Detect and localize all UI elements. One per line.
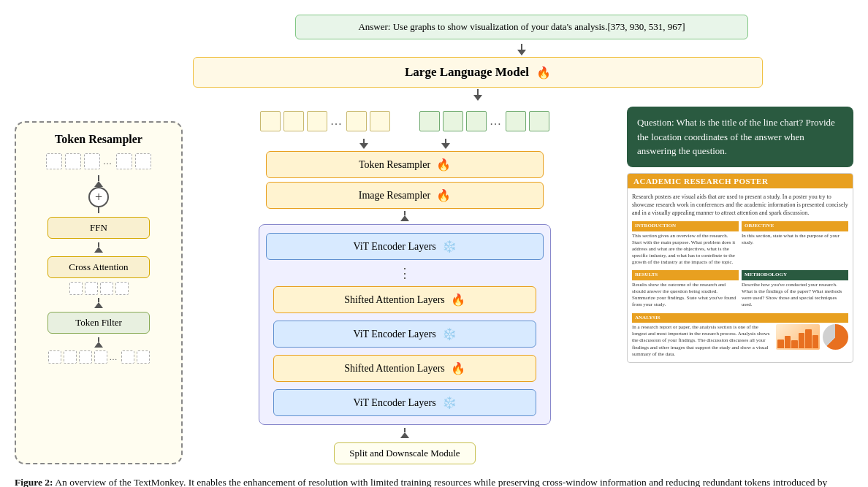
token-resampler-layer: Token Resampler 🔥 [266, 151, 544, 178]
plus-arrow-up: + [25, 175, 172, 213]
token-filter-block: Token Filter [47, 312, 150, 334]
token-box-green [466, 111, 487, 131]
center-col: … … [190, 107, 620, 464]
input-box [137, 350, 150, 364]
token-box-green [529, 111, 549, 131]
dots: … [330, 115, 343, 128]
poster-section-methodology: METHODOLOGY Describe how you've conducte… [742, 270, 848, 310]
pie-placeholder [823, 324, 848, 350]
vdots: ⋮ [398, 266, 411, 280]
split-module-label: Split and Downscale Module [349, 448, 460, 459]
bar3 [791, 340, 798, 348]
split-module: Split and Downscale Module [334, 442, 475, 464]
caption-text: An overview of the TextMonkey. It enable… [15, 477, 827, 487]
section-body-methodology: Describe how you've conducted your resea… [742, 280, 848, 310]
connector [98, 175, 99, 181]
arrow-head [359, 143, 368, 149]
vit-encoder-middle: ViT Encoder Layers ❄️ [273, 321, 536, 348]
latent-boxes-row [25, 282, 172, 295]
ffn-to-cross-arrow [25, 242, 172, 253]
cross-attention-label: Cross Attention [69, 261, 128, 272]
poster-intro: Research posters are visual aids that ar… [632, 193, 848, 218]
token-box [260, 111, 281, 131]
dashed-box [116, 153, 132, 169]
latent-box [69, 282, 83, 295]
token-box [370, 111, 390, 131]
llm-label: Large Language Model [405, 65, 529, 80]
input-box [64, 350, 77, 364]
diagram-area: Token Resampler … + FFN [15, 107, 853, 464]
input-box [121, 350, 134, 364]
arrow-head [94, 181, 103, 187]
token-filter-label: Token Filter [75, 317, 122, 328]
dashed-box [135, 153, 151, 169]
dots: … [110, 350, 119, 364]
analysis-text: In a research report or paper, the analy… [632, 324, 773, 357]
arrow-head [94, 247, 103, 253]
token-box-green [506, 111, 526, 131]
llm-box: Large Language Model 🔥 [193, 57, 763, 88]
dots: … [490, 115, 503, 128]
shifted-attention-label: Shifted Attention Layers [344, 294, 445, 306]
token-box-green [443, 111, 463, 131]
encoder-up-arrow [400, 211, 409, 221]
cross-attention-block: Cross Attention [47, 256, 150, 278]
token-resampler-label: Token Resampler [359, 159, 430, 171]
answer-text: Answer: Use graphs to show visualization… [358, 21, 685, 32]
arrow-left [359, 139, 368, 149]
poster-analysis: ANALYSIS In a research report or paper, … [632, 313, 848, 358]
poster-body: Research posters are visual aids that ar… [628, 188, 853, 362]
plus-circle: + [88, 187, 109, 207]
arrow-head [400, 215, 409, 221]
section-title-obj: OBJECTIVE [742, 221, 848, 231]
input-box [48, 350, 61, 364]
vit-encoder-label: ViT Encoder Layers [353, 329, 435, 340]
token-resampler-title: Token Resampler [25, 133, 172, 146]
ffn-block: FFN [47, 217, 150, 239]
section-body-results: Results show the outcome of the research… [632, 280, 739, 310]
snowflake-icon: ❄️ [442, 239, 457, 253]
question-text: Question: What is the title of the line … [637, 117, 835, 156]
analysis-content: In a research report or paper, the analy… [632, 324, 848, 357]
caption-label: Figure 2: [15, 477, 53, 487]
poster-section-results: RESULTS Results show the outcome of the … [632, 270, 739, 310]
question-box: Question: What is the title of the line … [627, 107, 853, 167]
token-resampler-detail: Token Resampler … + FFN [15, 121, 183, 464]
llm-down-arrow [58, 89, 868, 101]
image-resampler-layer: Image Resampler 🔥 [266, 182, 544, 209]
section-body-intro: This section gives an overview of the re… [632, 231, 739, 267]
poster-box: ACADEMIC RESEARCH POSTER Research poster… [627, 173, 853, 363]
token-box-green [419, 111, 440, 131]
connector-line [521, 44, 522, 50]
latent-box [85, 282, 98, 295]
connector [98, 207, 99, 213]
vit-encoder-label: ViT Encoder Layers [353, 241, 435, 253]
section-title-results: RESULTS [632, 270, 739, 280]
arrow-head [441, 143, 450, 149]
poster-section-objective: OBJECTIVE In this section, state what is… [742, 221, 848, 267]
arrow-head [517, 50, 526, 55]
latent-box [100, 282, 113, 295]
dashed-box [84, 153, 100, 169]
vit-encoder-top: ViT Encoder Layers ❄️ [266, 233, 544, 260]
section-body-obj: In this section, state what is the purpo… [742, 231, 848, 248]
shifted-attention-bottom: Shifted Attention Layers 🔥 [273, 355, 536, 382]
flame-icon: 🔥 [451, 293, 465, 307]
flame-icon: 🔥 [436, 188, 451, 202]
dashed-box [65, 153, 81, 169]
input-box [94, 350, 107, 364]
snowflake-icon: ❄️ [442, 327, 457, 341]
left-tokens: … [260, 111, 390, 131]
output-boxes-row: … [25, 153, 172, 169]
split-up-arrow [400, 428, 409, 438]
right-col: Question: What is the title of the line … [627, 107, 853, 464]
flame-icon: 🔥 [536, 66, 551, 80]
input-boxes-row: … [25, 350, 172, 364]
flame-icon: 🔥 [436, 158, 451, 172]
vit-encoder-bottom: ViT Encoder Layers ❄️ [273, 389, 536, 416]
encoder-stack: ViT Encoder Layers ❄️ ⋮ Shifted Attentio… [259, 224, 551, 425]
bar4 [799, 333, 805, 349]
section-title-intro: INTRODUCTION [632, 221, 739, 231]
bar2 [785, 336, 791, 348]
arrow-head [473, 95, 482, 101]
